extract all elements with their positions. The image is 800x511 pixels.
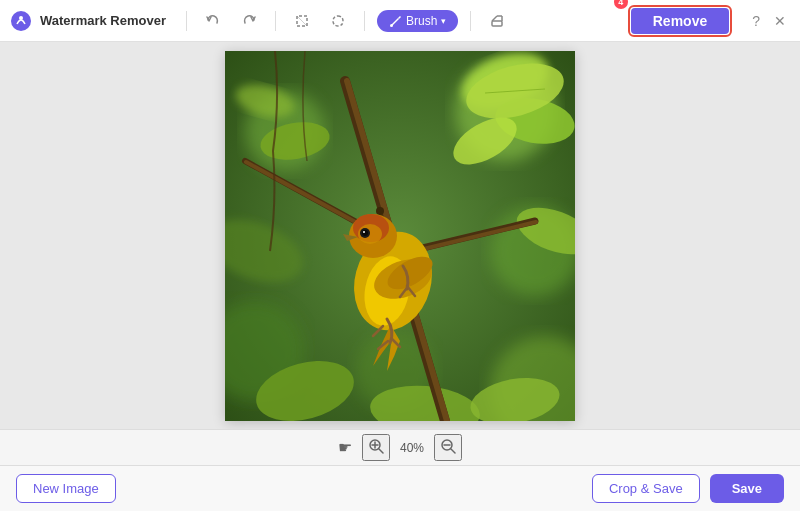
image-container (225, 51, 575, 421)
help-button[interactable]: ? (748, 9, 764, 33)
lasso-tool-button[interactable] (324, 9, 352, 33)
zoom-out-button[interactable] (434, 434, 462, 461)
toolbar-separator-1 (186, 11, 187, 31)
bottom-bar: New Image Crop & Save Save (0, 465, 800, 511)
brush-chevron-icon: ▾ (441, 16, 446, 26)
svg-point-1 (19, 16, 23, 20)
toolbar-separator-3 (364, 11, 365, 31)
remove-button[interactable]: Remove (631, 8, 729, 34)
crop-save-button[interactable]: Crop & Save (592, 474, 700, 503)
svg-line-47 (379, 449, 383, 453)
bird-scene-svg (225, 51, 575, 421)
new-image-button[interactable]: New Image (16, 474, 116, 503)
svg-point-30 (376, 207, 384, 215)
remove-btn-area: 4 Remove (620, 5, 732, 37)
svg-point-0 (11, 11, 31, 31)
svg-line-51 (451, 449, 455, 453)
brush-label: Brush (406, 14, 437, 28)
main-image (225, 51, 575, 421)
undo-button[interactable] (199, 9, 227, 33)
remove-btn-wrapper: Remove (628, 5, 732, 37)
svg-point-42 (363, 231, 365, 233)
zoom-in-button[interactable] (362, 434, 390, 461)
app-title: Watermark Remover (40, 13, 166, 28)
notification-badge: 4 (614, 0, 628, 9)
window-controls: ? ✕ (748, 9, 790, 33)
brush-tool-button[interactable]: Brush ▾ (377, 10, 458, 32)
svg-point-3 (390, 24, 393, 27)
eraser-tool-button[interactable] (483, 9, 511, 33)
svg-line-2 (297, 16, 307, 26)
toolbar-separator-4 (470, 11, 471, 31)
canvas-area (0, 42, 800, 429)
pan-tool-icon[interactable]: ☛ (338, 438, 352, 457)
title-bar: Watermark Remover Brush ▾ 4 Remove ? ✕ (0, 0, 800, 42)
save-button[interactable]: Save (710, 474, 784, 503)
close-button[interactable]: ✕ (770, 9, 790, 33)
svg-rect-4 (492, 21, 502, 26)
svg-point-41 (362, 230, 368, 236)
redo-button[interactable] (235, 9, 263, 33)
selection-tool-button[interactable] (288, 9, 316, 33)
app-logo-icon (10, 10, 32, 32)
toolbar-separator-2 (275, 11, 276, 31)
zoom-bar: ☛ 40% (0, 429, 800, 465)
zoom-level-text: 40% (400, 441, 424, 455)
